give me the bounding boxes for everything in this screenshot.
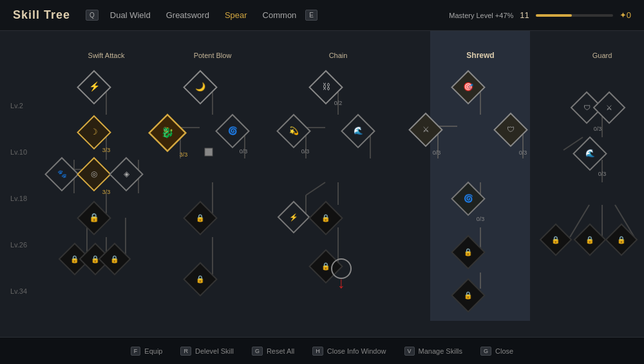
tab-common[interactable]: Common (256, 8, 303, 23)
svg-text:🔒: 🔒 (110, 254, 119, 263)
svg-text:🌙: 🌙 (195, 81, 206, 92)
svg-text:🔒: 🔒 (551, 235, 560, 244)
swift-attack-node-main[interactable]: ☽ (78, 116, 111, 149)
footer-delevel[interactable]: R Delevel Skill (180, 347, 233, 356)
chain-left[interactable]: 💫 (278, 115, 310, 148)
svg-text:🎯: 🎯 (463, 81, 474, 92)
potent-right-count: 0/3 (240, 148, 248, 155)
mastery-bar-container (536, 14, 613, 17)
swift-node1-count: 3/3 (102, 147, 111, 153)
guard-row1-count: 0/3 (598, 171, 607, 177)
tab-dual-wield[interactable]: Dual Wield (104, 8, 157, 23)
svg-text:🔒: 🔒 (89, 212, 100, 223)
guard-row3-right[interactable]: 🔒 (606, 224, 637, 255)
svg-text:🔒: 🔒 (196, 274, 205, 283)
svg-text:⚔: ⚔ (606, 104, 612, 111)
svg-text:⚡: ⚡ (89, 81, 100, 92)
svg-line-51 (306, 182, 325, 195)
potent-row3[interactable]: 🔒 (184, 202, 217, 235)
col-title-shrewd: Shrewd (466, 51, 494, 60)
svg-text:🔒: 🔒 (617, 235, 626, 244)
footer-label-reset: Reset All (267, 347, 294, 355)
svg-text:🐉: 🐉 (161, 126, 174, 139)
level-labels: Lv.2 Lv.10 Lv.18 Lv.26 Lv.34 (0, 31, 39, 327)
guard-node-top-right[interactable]: ⚔ (594, 92, 625, 123)
shrewd-left-count: 0/3 (433, 149, 441, 156)
level-label-34: Lv.34 (10, 287, 39, 295)
potent-blow-node-top[interactable]: 🌙 (184, 71, 217, 104)
svg-text:☽: ☽ (90, 127, 98, 137)
level-label-10: Lv.10 (10, 148, 39, 156)
footer-label-manage: Manage Skills (419, 347, 462, 355)
footer-key-equip: F (131, 347, 141, 356)
footer-equip[interactable]: F Equip (131, 347, 163, 356)
guard-row3-left[interactable]: 🔒 (540, 224, 571, 255)
svg-text:🌊: 🌊 (354, 126, 363, 135)
scroll-indicator: ↓ (331, 258, 352, 292)
chain-row3-mid[interactable]: 🔒 (310, 202, 343, 235)
footer-label-equip: Equip (144, 347, 162, 355)
swift-attack-node-left[interactable]: 🐾 (46, 158, 79, 191)
potent-left-count: 3/3 (180, 151, 188, 158)
col-title-guard: Guard (592, 52, 612, 59)
swift-attack-node-right[interactable]: ◈ (110, 158, 143, 191)
gold-icon: ✦0 (620, 10, 631, 20)
footer-label-delevel: Delevel Skill (195, 347, 234, 355)
mastery-label: Mastery Level +47% (449, 12, 513, 19)
footer-label-close: Close (495, 347, 513, 355)
col-title-potent: Potent Blow (194, 52, 232, 59)
swift-attack-node-top[interactable]: ⚡ (78, 71, 111, 104)
svg-text:💫: 💫 (289, 126, 299, 135)
chain-node-top[interactable]: ⛓ (310, 71, 343, 104)
footer-close-info[interactable]: H Close Info Window (312, 347, 386, 356)
svg-text:🌀: 🌀 (228, 126, 238, 135)
svg-text:⛓: ⛓ (322, 82, 330, 91)
footer-key-delevel: R (180, 347, 191, 356)
chain-top-count: 0/2 (334, 100, 343, 106)
tab-key-q[interactable]: Q (86, 10, 99, 21)
svg-text:🔒: 🔒 (464, 247, 473, 256)
swift-attack-row3[interactable]: 🔒 (78, 202, 111, 235)
potent-blow-right[interactable]: 🌀 (216, 115, 249, 148)
level-label-2: Lv.2 (10, 102, 39, 110)
footer-label-close-info: Close Info Window (327, 347, 386, 355)
svg-text:◈: ◈ (124, 169, 130, 178)
svg-text:🔒: 🔒 (321, 213, 330, 222)
tab-key-e[interactable]: E (305, 10, 317, 21)
shrewd-right-count: 0/3 (519, 149, 527, 156)
tab-greatsword[interactable]: Greatsword (160, 8, 216, 23)
svg-text:🔒: 🔒 (464, 291, 473, 300)
level-label-26: Lv.26 (10, 241, 39, 249)
mastery-bar (536, 14, 572, 17)
svg-text:🛡: 🛡 (507, 125, 515, 134)
svg-text:🌊: 🌊 (585, 148, 595, 158)
level-label-18: Lv.18 (10, 195, 39, 202)
scroll-circle (331, 258, 352, 279)
page-title: Skill Tree (13, 8, 70, 22)
guard-row3-mid[interactable]: 🔒 (574, 224, 605, 255)
chain-row3-left[interactable]: ⚡ (278, 202, 309, 233)
header: Skill Tree Q Dual Wield Greatsword Spear… (0, 0, 644, 31)
svg-text:⚡: ⚡ (289, 213, 298, 222)
footer-manage[interactable]: V Manage Skills (404, 347, 463, 356)
col-title-swift: Swift Attack (88, 52, 125, 59)
svg-text:◎: ◎ (91, 169, 97, 178)
svg-text:🌀: 🌀 (464, 193, 473, 203)
svg-text:🔒: 🔒 (70, 254, 79, 263)
svg-text:🛡: 🛡 (583, 104, 591, 111)
nav-tabs: Q Dual Wield Greatsword Spear Common E (86, 8, 320, 23)
footer-close[interactable]: G Close (480, 347, 513, 356)
footer-reset[interactable]: G Reset All (252, 347, 294, 356)
tab-spear[interactable]: Spear (218, 8, 254, 23)
chain-right[interactable]: 🌊 (342, 115, 375, 148)
footer-key-reset: G (252, 347, 263, 356)
potent-row4[interactable]: 🔒 (184, 263, 217, 296)
potent-indicator (205, 148, 213, 156)
footer-key-manage: V (404, 347, 415, 356)
swift-node2-count: 3/3 (102, 189, 111, 195)
swift-attack-node-mid[interactable]: ◎ (78, 158, 111, 191)
footer-key-close: G (480, 347, 491, 356)
col-title-chain: Chain (329, 52, 348, 59)
svg-text:🐾: 🐾 (57, 169, 67, 178)
guard-row1[interactable]: 🌊 (574, 137, 607, 170)
